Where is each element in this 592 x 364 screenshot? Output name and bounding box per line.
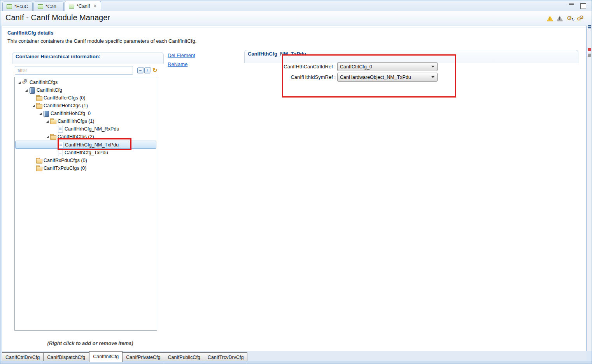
tree-node-label: CanIfHrhCfg_NM_RxPdu xyxy=(65,126,119,132)
editor-tab-label: *EcuC xyxy=(14,4,28,9)
tree-row[interactable]: CanIfHthCfg_TxPdu xyxy=(15,149,156,157)
tree-node-icon xyxy=(36,95,42,101)
bundle-icon xyxy=(7,4,12,9)
tree-row[interactable]: CanIfRxPduCfgs (0) xyxy=(15,157,156,164)
tree-row[interactable]: CanIfInitHohCfgs (1) xyxy=(15,102,156,110)
tree-row[interactable]: CanIfInitCfgs xyxy=(15,78,156,86)
tree-node-icon xyxy=(57,150,63,156)
field-label: CanIfHthIdSymRef : xyxy=(277,74,336,80)
filter-input[interactable] xyxy=(15,66,133,75)
form-body: CanIfInitCfg details This container cont… xyxy=(2,26,587,351)
ctrl-id-ref-dropdown[interactable]: CanIfCtrlCfg_0 xyxy=(337,62,438,71)
collapse-all-icon[interactable]: − xyxy=(137,68,143,73)
hierarchy-group-title: Container Hierarchical information: xyxy=(16,54,100,59)
tree-node-label: CanIfBufferCfgs (0) xyxy=(44,95,85,101)
generate-gear-icon[interactable] xyxy=(566,15,573,21)
editor-tab[interactable]: *Can xyxy=(33,2,64,11)
bundle-icon xyxy=(69,4,74,9)
tree-node-label: CanIfHthCfg_NM_TxPdu xyxy=(65,142,119,148)
page-tab-label: CanIfPublicCfg xyxy=(168,355,200,360)
page-tab-label: CanIfCtrlDrvCfg xyxy=(5,355,40,360)
tree-node-label: CanIfInitCfgs xyxy=(30,80,58,85)
page-title: CanIf - CanIf Module Manager xyxy=(5,13,110,22)
editor-tab-label: *Can xyxy=(46,4,56,9)
field-label: CanIfHthCanCtrlIdRef : xyxy=(277,64,336,70)
warning-yellow-icon[interactable] xyxy=(547,16,553,21)
field-row-id-sym-ref: CanIfHthIdSymRef : CanHardwareObject_NM_… xyxy=(277,73,438,82)
expander-icon[interactable] xyxy=(46,135,50,139)
expander-icon[interactable] xyxy=(53,143,57,147)
tree-node-icon xyxy=(50,134,56,140)
page-tab-label: CanIfDispatchCfg xyxy=(47,355,85,360)
tree-row[interactable]: CanIfHthCfgs (2) xyxy=(15,133,156,141)
expander-icon[interactable] xyxy=(53,127,57,131)
tree-node-icon xyxy=(22,79,28,85)
tree-node-label: CanIfHrhCfgs (1) xyxy=(58,118,94,124)
page-tab-label: CanIfInitCfg xyxy=(93,354,119,359)
editor-tab[interactable]: *EcuC xyxy=(2,2,33,11)
editor-header: CanIf - CanIf Module Manager xyxy=(0,11,592,26)
tree-node-icon xyxy=(50,118,56,124)
tree-node-icon xyxy=(36,157,42,164)
tree-row[interactable]: CanIfHthCfg_NM_TxPdu xyxy=(15,141,156,149)
expander-icon[interactable] xyxy=(53,151,57,155)
expander-icon[interactable] xyxy=(32,96,36,100)
page-tab-bar: CanIfCtrlDrvCfg CanIfDispatchCfg CanIfIn… xyxy=(2,351,586,362)
section-divider xyxy=(3,28,585,28)
dropdown-value: CanIfCtrlCfg_0 xyxy=(340,64,372,70)
tree-node-label: CanIfHthCfgs (2) xyxy=(58,134,94,139)
generate-all-gears-icon[interactable] xyxy=(577,15,584,21)
expander-icon[interactable] xyxy=(25,88,29,92)
minimize-icon[interactable] xyxy=(568,3,574,7)
ruler-mark xyxy=(588,25,591,26)
editor-tab-bar: *EcuC *Can *CanIf ✕ xyxy=(0,0,592,11)
expander-icon[interactable] xyxy=(46,119,50,124)
field-row-ctrl-id-ref: CanIfHthCanCtrlIdRef : CanIfCtrlCfg_0 xyxy=(277,62,438,71)
chevron-down-icon xyxy=(431,76,434,78)
editor-tab[interactable]: *CanIf ✕ xyxy=(65,1,101,11)
detail-group-title: CanIfHthCfg_NM_TxPdu xyxy=(248,51,306,57)
ruler-mark-gray xyxy=(588,54,591,57)
tree-node-label: CanIfHthCfg_TxPdu xyxy=(65,150,108,155)
tree-node-label: CanIfRxPduCfgs (0) xyxy=(44,158,87,163)
overview-ruler[interactable] xyxy=(587,26,592,351)
tree-row[interactable]: CanIfBufferCfgs (0) xyxy=(15,94,156,102)
expander-icon[interactable] xyxy=(32,166,36,171)
expander-icon[interactable] xyxy=(32,158,36,163)
section-title: CanIfInitCfg details xyxy=(7,30,53,36)
maximize-icon[interactable] xyxy=(580,3,586,7)
tree-node-label: CanIfInitHohCfgs (1) xyxy=(44,103,88,108)
rename-link[interactable]: ReName xyxy=(168,61,187,67)
page-tab-label: CanIfPrivateCfg xyxy=(126,355,160,360)
tree-row[interactable]: CanIfInitHohCfg_0 xyxy=(15,110,156,117)
page-tab-label: CanIfTrcvDrvCfg xyxy=(208,355,244,360)
refresh-icon[interactable]: ↻ xyxy=(152,67,158,74)
header-toolbar xyxy=(547,15,584,21)
tree-node-icon xyxy=(57,142,64,148)
editor-tab-label: *CanIf xyxy=(77,3,90,9)
tree-node-label: CanIfInitHohCfg_0 xyxy=(51,111,91,116)
tree-node-icon xyxy=(36,103,42,109)
window-controls xyxy=(568,3,586,7)
tree-node-icon xyxy=(57,126,63,132)
tree-node-label: CanIfInitCfg xyxy=(37,87,62,93)
ruler-mark xyxy=(588,27,591,28)
tree-row[interactable]: CanIfHrhCfg_NM_RxPdu xyxy=(15,125,156,133)
tree-row[interactable]: CanIfHrhCfgs (1) xyxy=(15,117,156,125)
id-sym-ref-dropdown[interactable]: CanHardwareObject_NM_TxPdu xyxy=(337,73,438,82)
ruler-mark-error xyxy=(588,48,591,51)
warning-gray-icon[interactable] xyxy=(557,16,563,21)
del-element-link[interactable]: Del Element xyxy=(168,52,195,58)
expander-icon[interactable] xyxy=(39,111,43,116)
tree-node-icon xyxy=(43,110,49,117)
tree-row[interactable]: CanIfInitCfg xyxy=(15,86,156,94)
expander-icon[interactable] xyxy=(18,80,22,85)
container-tree: CanIfInitCfgs CanIfInitCfg CanIfBufferCf… xyxy=(14,77,157,331)
tree-node-label: CanIfTxPduCfgs (0) xyxy=(44,165,86,171)
expander-icon[interactable] xyxy=(32,104,36,108)
bundle-icon xyxy=(38,4,43,9)
close-icon[interactable]: ✕ xyxy=(93,3,97,9)
page-tab[interactable]: CanIfInitCfg xyxy=(89,351,123,362)
tree-row[interactable]: CanIfTxPduCfgs (0) xyxy=(15,164,156,172)
expand-all-icon[interactable]: + xyxy=(144,68,150,73)
